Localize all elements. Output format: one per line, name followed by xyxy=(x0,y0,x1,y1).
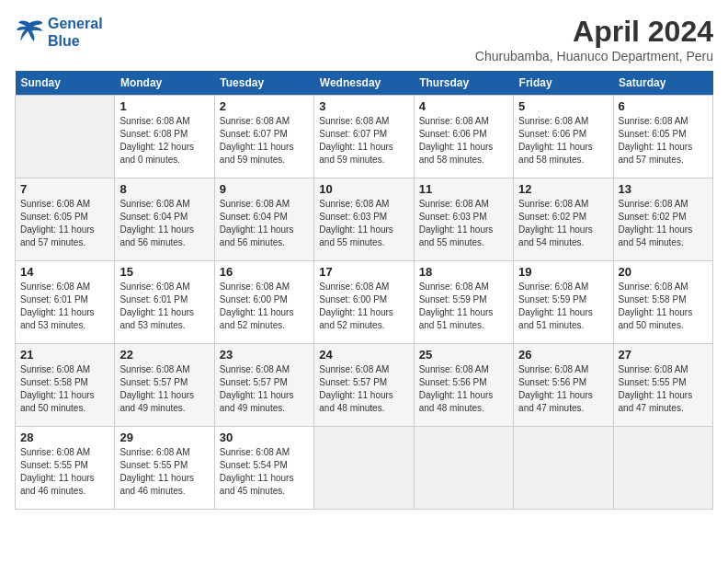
day-number: 20 xyxy=(619,265,708,279)
day-info: Sunrise: 6:08 AMSunset: 6:03 PMDaylight:… xyxy=(319,198,408,249)
day-info: Sunrise: 6:08 AMSunset: 6:03 PMDaylight:… xyxy=(419,198,508,249)
calendar-cell: 26Sunrise: 6:08 AMSunset: 5:56 PMDayligh… xyxy=(514,344,613,427)
calendar-cell: 11Sunrise: 6:08 AMSunset: 6:03 PMDayligh… xyxy=(414,178,513,261)
day-info: Sunrise: 6:08 AMSunset: 6:00 PMDaylight:… xyxy=(220,281,309,332)
day-number: 19 xyxy=(518,265,608,279)
day-number: 16 xyxy=(220,265,309,279)
calendar-table: SundayMondayTuesdayWednesdayThursdayFrid… xyxy=(15,71,713,510)
calendar-cell: 30Sunrise: 6:08 AMSunset: 5:54 PMDayligh… xyxy=(214,427,313,510)
calendar-cell: 21Sunrise: 6:08 AMSunset: 5:58 PMDayligh… xyxy=(16,344,115,427)
calendar-cell xyxy=(414,427,513,510)
calendar-week-row: 1Sunrise: 6:08 AMSunset: 6:08 PMDaylight… xyxy=(16,96,713,178)
day-number: 22 xyxy=(119,348,209,362)
day-number: 17 xyxy=(319,265,408,279)
calendar-cell: 7Sunrise: 6:08 AMSunset: 6:05 PMDaylight… xyxy=(16,178,115,261)
day-info: Sunrise: 6:08 AMSunset: 5:56 PMDaylight:… xyxy=(419,363,508,415)
calendar-cell: 24Sunrise: 6:08 AMSunset: 5:57 PMDayligh… xyxy=(314,344,414,427)
page-header: General Blue April 2024 Churubamba, Huan… xyxy=(15,15,713,63)
day-number: 24 xyxy=(319,348,408,362)
day-number: 9 xyxy=(220,182,309,196)
location-subtitle: Churubamba, Huanuco Department, Peru xyxy=(475,49,713,63)
calendar-cell: 18Sunrise: 6:08 AMSunset: 5:59 PMDayligh… xyxy=(414,261,513,344)
weekday-header: Sunday xyxy=(16,71,115,96)
calendar-cell: 15Sunrise: 6:08 AMSunset: 6:01 PMDayligh… xyxy=(115,261,214,344)
calendar-cell: 29Sunrise: 6:08 AMSunset: 5:55 PMDayligh… xyxy=(115,427,214,510)
calendar-cell: 27Sunrise: 6:08 AMSunset: 5:55 PMDayligh… xyxy=(613,344,712,427)
weekday-header: Saturday xyxy=(613,71,712,96)
day-info: Sunrise: 6:08 AMSunset: 6:05 PMDaylight:… xyxy=(619,115,708,167)
month-title: April 2024 xyxy=(475,15,713,49)
day-number: 13 xyxy=(619,182,708,196)
weekday-header: Wednesday xyxy=(314,71,414,96)
day-number: 6 xyxy=(619,99,708,113)
day-number: 28 xyxy=(20,431,109,444)
day-info: Sunrise: 6:08 AMSunset: 5:57 PMDaylight:… xyxy=(319,363,408,415)
calendar-cell xyxy=(314,427,414,510)
day-info: Sunrise: 6:08 AMSunset: 5:55 PMDaylight:… xyxy=(619,363,708,415)
day-info: Sunrise: 6:08 AMSunset: 6:04 PMDaylight:… xyxy=(220,198,309,249)
calendar-cell: 12Sunrise: 6:08 AMSunset: 6:02 PMDayligh… xyxy=(514,178,613,261)
calendar-cell xyxy=(16,96,115,178)
weekday-header: Monday xyxy=(115,71,214,96)
logo-text: General Blue xyxy=(48,15,103,50)
day-info: Sunrise: 6:08 AMSunset: 5:59 PMDaylight:… xyxy=(419,281,508,332)
day-number: 23 xyxy=(220,348,309,362)
title-block: April 2024 Churubamba, Huanuco Departmen… xyxy=(475,15,713,63)
day-info: Sunrise: 6:08 AMSunset: 5:55 PMDaylight:… xyxy=(20,446,109,498)
calendar-week-row: 14Sunrise: 6:08 AMSunset: 6:01 PMDayligh… xyxy=(16,261,713,344)
day-info: Sunrise: 6:08 AMSunset: 5:57 PMDaylight:… xyxy=(220,363,309,415)
day-number: 21 xyxy=(20,348,109,362)
weekday-header-row: SundayMondayTuesdayWednesdayThursdayFrid… xyxy=(16,71,713,96)
weekday-header: Thursday xyxy=(414,71,513,96)
day-number: 18 xyxy=(419,265,508,279)
day-info: Sunrise: 6:08 AMSunset: 5:57 PMDaylight:… xyxy=(119,363,209,415)
calendar-cell: 6Sunrise: 6:08 AMSunset: 6:05 PMDaylight… xyxy=(613,96,712,178)
calendar-cell: 4Sunrise: 6:08 AMSunset: 6:06 PMDaylight… xyxy=(414,96,513,178)
day-number: 11 xyxy=(419,182,508,196)
day-info: Sunrise: 6:08 AMSunset: 6:06 PMDaylight:… xyxy=(419,115,508,167)
day-info: Sunrise: 6:08 AMSunset: 5:58 PMDaylight:… xyxy=(619,281,708,332)
day-number: 3 xyxy=(319,99,408,113)
calendar-cell: 28Sunrise: 6:08 AMSunset: 5:55 PMDayligh… xyxy=(16,427,115,510)
calendar-cell xyxy=(613,427,712,510)
calendar-cell: 9Sunrise: 6:08 AMSunset: 6:04 PMDaylight… xyxy=(214,178,313,261)
day-number: 4 xyxy=(419,99,508,113)
day-info: Sunrise: 6:08 AMSunset: 6:02 PMDaylight:… xyxy=(619,198,708,249)
calendar-cell: 14Sunrise: 6:08 AMSunset: 6:01 PMDayligh… xyxy=(16,261,115,344)
weekday-header: Tuesday xyxy=(214,71,313,96)
day-number: 15 xyxy=(119,265,209,279)
day-number: 2 xyxy=(220,99,309,113)
day-number: 7 xyxy=(20,182,109,196)
day-info: Sunrise: 6:08 AMSunset: 6:04 PMDaylight:… xyxy=(119,198,209,249)
day-info: Sunrise: 6:08 AMSunset: 6:02 PMDaylight:… xyxy=(518,198,608,249)
day-number: 26 xyxy=(518,348,608,362)
day-info: Sunrise: 6:08 AMSunset: 6:01 PMDaylight:… xyxy=(119,281,209,332)
calendar-cell: 13Sunrise: 6:08 AMSunset: 6:02 PMDayligh… xyxy=(613,178,712,261)
calendar-cell: 5Sunrise: 6:08 AMSunset: 6:06 PMDaylight… xyxy=(514,96,613,178)
day-info: Sunrise: 6:08 AMSunset: 6:07 PMDaylight:… xyxy=(319,115,408,167)
day-number: 29 xyxy=(119,431,209,444)
day-number: 30 xyxy=(220,431,309,444)
calendar-cell: 23Sunrise: 6:08 AMSunset: 5:57 PMDayligh… xyxy=(214,344,313,427)
day-info: Sunrise: 6:08 AMSunset: 5:54 PMDaylight:… xyxy=(220,446,309,498)
day-number: 8 xyxy=(119,182,209,196)
calendar-cell: 20Sunrise: 6:08 AMSunset: 5:58 PMDayligh… xyxy=(613,261,712,344)
calendar-cell: 3Sunrise: 6:08 AMSunset: 6:07 PMDaylight… xyxy=(314,96,414,178)
weekday-header: Friday xyxy=(514,71,613,96)
logo: General Blue xyxy=(15,15,103,50)
calendar-week-row: 21Sunrise: 6:08 AMSunset: 5:58 PMDayligh… xyxy=(16,344,713,427)
calendar-cell: 10Sunrise: 6:08 AMSunset: 6:03 PMDayligh… xyxy=(314,178,414,261)
calendar-cell: 16Sunrise: 6:08 AMSunset: 6:00 PMDayligh… xyxy=(214,261,313,344)
calendar-cell: 1Sunrise: 6:08 AMSunset: 6:08 PMDaylight… xyxy=(115,96,214,178)
day-info: Sunrise: 6:08 AMSunset: 5:55 PMDaylight:… xyxy=(119,446,209,498)
day-number: 14 xyxy=(20,265,109,279)
day-number: 12 xyxy=(518,182,608,196)
day-number: 27 xyxy=(619,348,708,362)
day-info: Sunrise: 6:08 AMSunset: 6:00 PMDaylight:… xyxy=(319,281,408,332)
day-info: Sunrise: 6:08 AMSunset: 6:07 PMDaylight:… xyxy=(220,115,309,167)
day-info: Sunrise: 6:08 AMSunset: 6:08 PMDaylight:… xyxy=(119,115,209,167)
day-info: Sunrise: 6:08 AMSunset: 5:59 PMDaylight:… xyxy=(518,281,608,332)
day-number: 25 xyxy=(419,348,508,362)
calendar-cell xyxy=(514,427,613,510)
day-info: Sunrise: 6:08 AMSunset: 5:56 PMDaylight:… xyxy=(518,363,608,415)
